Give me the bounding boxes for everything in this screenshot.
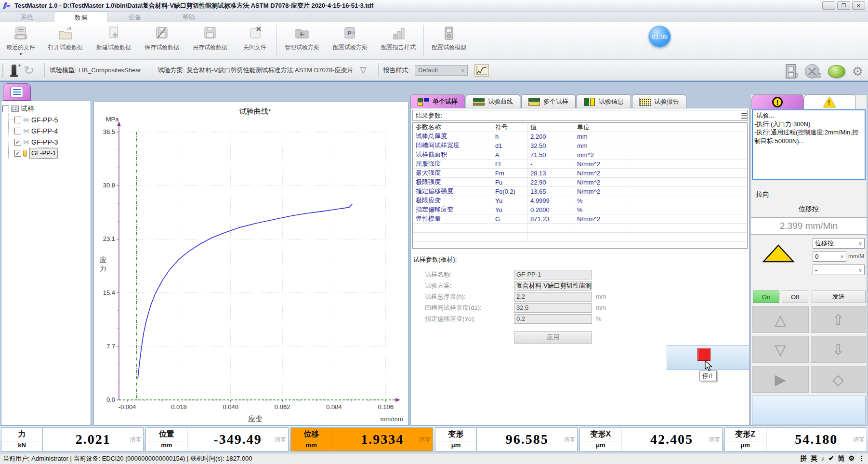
ribbon-button-另存试验数据[interactable]: 另存试验数据 (186, 22, 234, 59)
field-input[interactable]: GF-PP-1 (514, 270, 592, 279)
clear-button[interactable]: 清零 (709, 436, 720, 444)
table-row[interactable]: 凹槽间试样宽度d132.50mm (413, 141, 747, 150)
ribbon-button-管理试验方案[interactable]: 管理试验方案 (278, 22, 326, 59)
tab-多个试样[interactable]: 多个试样 (521, 94, 576, 108)
measure-name: 位移 (291, 428, 332, 441)
tab-单个试样[interactable]: 单个试样 (410, 94, 465, 108)
ime-icon[interactable]: ✔ (829, 454, 834, 463)
toolbar-grip[interactable] (2, 63, 4, 78)
ribbon-button-最近的文件[interactable]: 最近的文件▼ (0, 22, 41, 59)
ribbon-button-打开试验数据[interactable]: 打开试验数据 (41, 22, 90, 59)
results-table[interactable]: 参数名称符号值单位试棒总厚度h2.200mm凹槽间试样宽度d132.50mm试样… (412, 122, 748, 249)
report-style-select[interactable]: Default ∨ (415, 65, 468, 76)
curve-preview-icon[interactable] (474, 64, 489, 77)
fast-up-button[interactable]: △ (752, 306, 809, 333)
field-input[interactable]: 2.2 (514, 292, 592, 302)
column-header[interactable]: 参数名称 (413, 123, 492, 132)
table-row[interactable]: 指定偏移应变Yo0.2000% (413, 205, 747, 214)
checkbox[interactable] (14, 128, 21, 134)
menu-tab-帮助[interactable]: 帮助 (162, 12, 216, 22)
maximize-button[interactable]: ❐ (837, 1, 850, 10)
settings-gear-icon[interactable]: ⚙ (852, 64, 863, 79)
jog-down-button[interactable]: ⇩ (811, 336, 866, 363)
table-cell: mm^2 (574, 150, 627, 159)
jog-up-button[interactable]: ⇧ (811, 306, 866, 333)
column-header[interactable]: 符号 (492, 123, 527, 132)
minimize-button[interactable]: — (822, 1, 835, 10)
off-button[interactable]: Off (782, 291, 808, 303)
ime-icon[interactable]: ⚙ (848, 454, 855, 463)
menu-tab-数据[interactable]: 数据 (54, 12, 108, 22)
tab-试验曲线[interactable]: 试验曲线 (466, 94, 520, 108)
tab-sample-list[interactable] (3, 83, 31, 101)
scheme-dropdown-icon[interactable]: ▽ (360, 65, 366, 75)
disconnect-icon[interactable] (805, 64, 819, 79)
field-input[interactable]: 复合材料-V缺口剪切性能测 (514, 281, 592, 291)
checkbox[interactable]: ✓ (14, 150, 21, 157)
tree-item-GF-PP-1[interactable]: ✓GF-PP-1 (10, 147, 90, 159)
clear-button[interactable]: 清零 (853, 436, 865, 444)
tab-试验信息[interactable]: 试验信息 (577, 94, 631, 108)
tab-试验报告[interactable]: 试验报告 (632, 94, 686, 108)
table-row[interactable]: 屈服强度Ff-N/mm^2 (413, 159, 747, 169)
table-row[interactable]: 试棒总厚度h2.200mm (413, 132, 747, 141)
target-value-select[interactable]: 0∨ (813, 251, 846, 262)
clear-button[interactable]: 清零 (419, 436, 431, 444)
ribbon-button-保存试验数据[interactable]: 保存试验数据 (138, 22, 186, 59)
ribbon-button-配置试验方案[interactable]: P配置试验方案 (326, 22, 374, 59)
stop-button[interactable] (697, 348, 710, 361)
close-button[interactable]: ✕ (852, 1, 865, 10)
clear-button[interactable]: 清零 (130, 436, 141, 444)
run-button[interactable]: ▶ (752, 366, 809, 393)
checkbox[interactable] (14, 117, 21, 123)
test-curve-plot[interactable]: 0.07.715.423.130.838.5-0.0040.0180.0400.… (94, 102, 408, 425)
table-cell: 最大强度 (413, 169, 492, 177)
tab-warnings[interactable]: ! (803, 94, 855, 109)
clear-button[interactable]: 清零 (275, 436, 286, 444)
ribbon-button-配置试验模型[interactable]: 配置试验模型 (425, 22, 473, 59)
on-button[interactable]: On (753, 291, 779, 303)
panel-menu-icon[interactable]: ☰ (741, 111, 748, 120)
field-input[interactable]: 0.2 (514, 314, 592, 324)
ribbon-button-关闭文件[interactable]: 关闭文件 (234, 22, 276, 59)
checkbox[interactable]: ✓ (14, 139, 21, 146)
menu-tab-设备[interactable]: 设备 (108, 12, 162, 22)
tree-item-GF-PP-5[interactable]: ⋈GF-PP-5 (10, 114, 90, 125)
table-row[interactable]: 最大强度Fm28.13N/mm^2 (413, 169, 747, 178)
clamp-button[interactable]: ◇ (811, 366, 866, 393)
new-data-icon (105, 25, 122, 41)
single-sample-panel: 结果参数: ☰ 参数名称符号值单位试棒总厚度h2.200mm凹槽间试样宽度d13… (410, 108, 750, 425)
manage-scheme-icon (293, 25, 311, 41)
table-row[interactable]: 极限强度Fu22.90N/mm^2 (413, 178, 747, 187)
add-sensor-icon[interactable]: + (12, 65, 16, 76)
clear-button[interactable]: 清零 (564, 436, 575, 444)
field-input[interactable]: 32.5 (514, 303, 592, 313)
table-row[interactable]: 试样截面积A71.50mm^2 (413, 150, 747, 159)
control-mode-select[interactable]: 位移控∨ (813, 238, 865, 249)
fast-down-button[interactable]: ▽ (752, 336, 809, 363)
tree-item-GF-PP-4[interactable]: ⋈GF-PP-4 (10, 125, 90, 136)
ribbon-button-新建试验数据[interactable]: 新建试验数据 (90, 22, 138, 59)
tab-messages[interactable]: ! (751, 94, 803, 109)
column-header[interactable]: 值 (527, 123, 574, 132)
apply-button[interactable]: 应用 (514, 331, 592, 344)
tree-item-GF-PP-3[interactable]: ✓⋈GF-PP-3 (10, 136, 90, 147)
tree-root[interactable]: 试样 (2, 103, 90, 114)
ribbon-button-配置报告样式[interactable]: 配置报告样式 (374, 22, 422, 59)
ime-icon[interactable]: ⋮ (858, 454, 865, 463)
machine-icon[interactable] (786, 64, 796, 79)
refresh-icon[interactable]: ↻ (23, 64, 34, 77)
table-row[interactable]: 极限应变Yu4.9999% (413, 196, 747, 205)
ime-icon[interactable]: 拼 (800, 454, 807, 463)
checkbox[interactable] (2, 106, 9, 112)
menu-tab-系统[interactable]: 系统 (0, 12, 54, 22)
aux-select[interactable]: -∨ (813, 265, 865, 275)
ime-icon[interactable]: ♪ (821, 454, 825, 463)
ime-icon[interactable]: 英 (811, 454, 817, 463)
ime-icon[interactable]: 简 (838, 454, 844, 463)
column-header[interactable]: 单位 (574, 123, 627, 132)
send-button[interactable]: 发送 (812, 291, 866, 303)
mode-caption: 位移控 (751, 205, 867, 213)
table-row[interactable]: 指定偏移强度Fo(0.2)13.65N/mm^2 (413, 187, 747, 196)
table-row[interactable]: 弹性模量G871.23N/mm^2 (413, 214, 747, 224)
